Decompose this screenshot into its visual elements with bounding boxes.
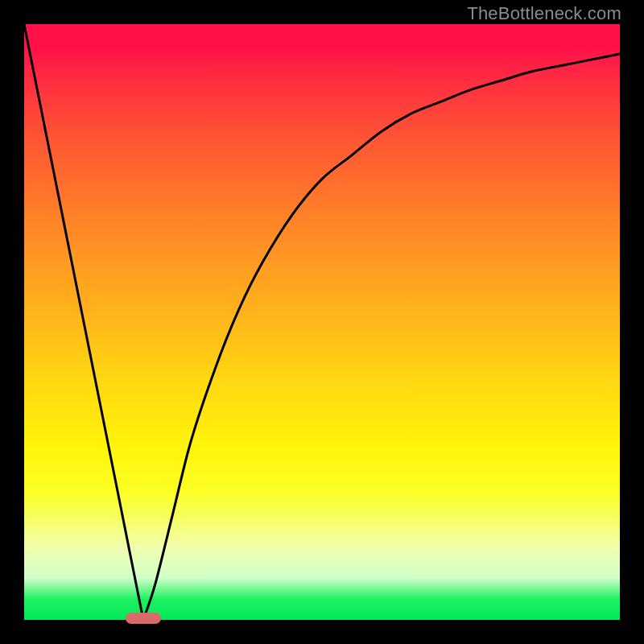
watermark: TheBottleneck.com: [467, 3, 621, 24]
bottleneck-curve: [24, 24, 620, 620]
optimal-marker: [126, 613, 161, 624]
chart-container: TheBottleneck.com: [0, 0, 644, 644]
plot-area: [24, 24, 620, 620]
